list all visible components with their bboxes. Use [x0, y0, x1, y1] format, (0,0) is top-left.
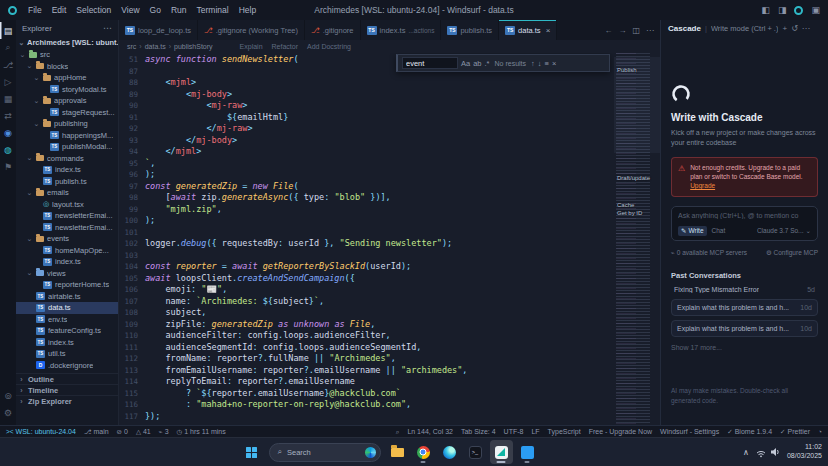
explorer-more-icon[interactable]: ⋯ [103, 23, 112, 33]
more-actions-icon[interactable]: ⋯ [646, 26, 654, 35]
time-tracker[interactable]: ◷1 hrs 11 mins [173, 428, 230, 436]
regex-icon[interactable]: .* [485, 59, 490, 68]
cascade-input-box[interactable]: Ask anything (Ctrl+L), @ to mention co ✎… [671, 206, 818, 241]
next-match-icon[interactable]: ↓ [538, 59, 542, 68]
folder-publishing[interactable]: ⌄publishing [16, 118, 118, 130]
chat-mode-toggle[interactable]: Chat [712, 227, 726, 234]
file-index-ts[interactable]: TSindex.ts [16, 256, 118, 268]
new-conversation-icon[interactable]: + [782, 24, 787, 33]
split-editor-icon[interactable]: ◫ [632, 26, 640, 35]
upgrade-link[interactable]: Upgrade [690, 182, 715, 189]
forwarded-ports[interactable]: ⌁3 [155, 428, 173, 436]
file-newsletteremai[interactable]: TSnewsletterEmai... [16, 210, 118, 222]
app-terminal[interactable] [464, 440, 487, 464]
folder-blocks[interactable]: ⌄blocks [16, 61, 118, 73]
problems-errors[interactable]: ⊘0 [113, 428, 132, 436]
windsurf-settings[interactable]: Windsurf - Settings [656, 428, 723, 435]
encoding[interactable]: UTF-8 [500, 428, 528, 435]
menu-help[interactable]: Help [234, 5, 261, 15]
menu-file[interactable]: File [23, 5, 47, 15]
minimap[interactable]: PublishDraft/updateCacheGet by ID [614, 53, 660, 425]
network-volume-icons[interactable] [755, 446, 781, 458]
menu-selection[interactable]: Selection [71, 5, 116, 15]
file-reporterhome-ts[interactable]: TSreporterHome.ts [16, 279, 118, 291]
file-index-ts[interactable]: TSindex.ts [16, 337, 118, 349]
forward-icon[interactable]: → [618, 26, 626, 35]
file-happeningsm[interactable]: TShappeningsM... [16, 130, 118, 142]
file-dockerignore[interactable]: D.dockerignore [16, 360, 118, 372]
git-branch[interactable]: ⎇main [80, 428, 113, 436]
docker-icon[interactable]: ◉ [0, 124, 16, 141]
settings-gear-icon[interactable]: ⚙ [0, 404, 16, 421]
configure-mcp-button[interactable]: ⚙ Configure MCP [766, 249, 818, 257]
codelens-explain[interactable]: Explain [240, 43, 263, 50]
tab-loop-de-loop-ts[interactable]: TSloop_de_loop.ts [119, 20, 198, 40]
menu-go[interactable]: Go [145, 5, 166, 15]
mcp-servers-label[interactable]: ⌁ 0 available MCP servers [671, 249, 747, 257]
file-homemapope[interactable]: TShomeMapOpe... [16, 245, 118, 257]
source-control-icon[interactable]: ⎇ [0, 56, 16, 73]
app-windsurf[interactable] [490, 440, 513, 464]
file-data-ts[interactable]: TSdata.ts [16, 302, 118, 314]
file-publish-ts[interactable]: TSpublish.ts [16, 176, 118, 188]
cascade-icon[interactable]: ◍ [0, 141, 16, 158]
crumb-src[interactable]: src [127, 43, 136, 50]
file-storymodal-ts[interactable]: TSstoryModal.ts [16, 84, 118, 96]
tab-gitignore[interactable]: ⎇.gitignore [305, 20, 361, 40]
menu-edit[interactable]: Edit [47, 5, 72, 15]
account-icon[interactable]: ⊚ [0, 387, 16, 404]
file-airtable-ts[interactable]: TSairtable.ts [16, 291, 118, 303]
conversation-item[interactable]: Explain what this problem is and h...10d [671, 320, 818, 337]
codelens-add-docstring[interactable]: Add Docstring [307, 43, 351, 50]
model-selector[interactable]: Claude 3.7 So...⌄ [757, 227, 811, 235]
write-mode-toggle[interactable]: ✎Write [678, 226, 707, 236]
close-icon[interactable]: × [546, 26, 551, 35]
crumb-data-ts[interactable]: data.ts [145, 43, 166, 50]
toggle-sidebar-icon[interactable]: ◨ [778, 5, 787, 15]
file-index-ts[interactable]: TSindex.ts [16, 164, 118, 176]
code-editor[interactable]: 51async function sendNewsletter(8788 <mj… [119, 53, 660, 425]
cascade-toggle-icon[interactable] [794, 6, 803, 15]
back-icon[interactable]: ← [604, 26, 612, 35]
extensions-icon[interactable]: ▦ [0, 90, 16, 107]
app-vscode[interactable] [516, 440, 539, 464]
bookmarks-icon[interactable]: ⚑ [0, 158, 16, 175]
cursor-position[interactable]: Ln 144, Col 32 [403, 428, 457, 435]
taskbar-clock[interactable]: 11:02 08/03/2025 [787, 443, 822, 461]
indentation[interactable]: Tab Size: 4 [457, 428, 500, 435]
folder-events[interactable]: ⌄events [16, 233, 118, 245]
match-case-icon[interactable]: Aa [461, 59, 470, 68]
tray-chevron-icon[interactable]: ∧ [743, 448, 749, 457]
crumb-publishstory[interactable]: publishStory [174, 43, 213, 50]
cascade-more-icon[interactable]: ⋯ [802, 24, 810, 33]
remote-indicator[interactable]: ><WSL: ubuntu-24.04 [2, 428, 80, 435]
file-layout-tsx[interactable]: ◎layout.tsx [16, 199, 118, 211]
eol-sequence[interactable]: LF [527, 428, 543, 435]
file-stagerequest[interactable]: TSstageRequest... [16, 107, 118, 119]
folder-commands[interactable]: ⌄commands [16, 153, 118, 165]
explorer-icon[interactable]: ▤ [0, 22, 16, 39]
close-find-icon[interactable]: × [552, 59, 556, 68]
app-chrome[interactable] [412, 440, 435, 464]
section-outline[interactable]: ›Outline [16, 373, 118, 384]
menu-view[interactable]: View [116, 5, 144, 15]
whole-word-icon[interactable]: ab [473, 59, 481, 68]
prettier-status[interactable]: ✓Prettier [776, 428, 814, 436]
project-root[interactable]: ⌄ Archimedes [WSL: ubunt... [16, 36, 118, 49]
notifications[interactable]: ◔ [814, 428, 826, 435]
file-publishmodal[interactable]: TSpublishModal... [16, 141, 118, 153]
file-util-ts[interactable]: TSutil.ts [16, 348, 118, 360]
find-input[interactable] [402, 57, 458, 69]
section-timeline[interactable]: ›Timeline [16, 384, 118, 395]
folder-apphome[interactable]: ⌄appHome [16, 72, 118, 84]
conversation-item[interactable]: Explain what this problem is and h...10d [671, 299, 818, 316]
biome-status[interactable]: ✓Biome 1.9.4 [723, 428, 776, 436]
folder-emails[interactable]: ⌄emails [16, 187, 118, 199]
remote-explorer-icon[interactable]: ⇄ [0, 107, 16, 124]
codelens-refactor[interactable]: Refactor [272, 43, 298, 50]
app-edge[interactable] [438, 440, 461, 464]
run-debug-icon[interactable]: ▷ [0, 73, 16, 90]
toggle-panel-icon[interactable]: ◧ [761, 5, 770, 15]
file-env-ts[interactable]: TSenv.ts [16, 314, 118, 326]
start-button[interactable] [240, 440, 264, 464]
